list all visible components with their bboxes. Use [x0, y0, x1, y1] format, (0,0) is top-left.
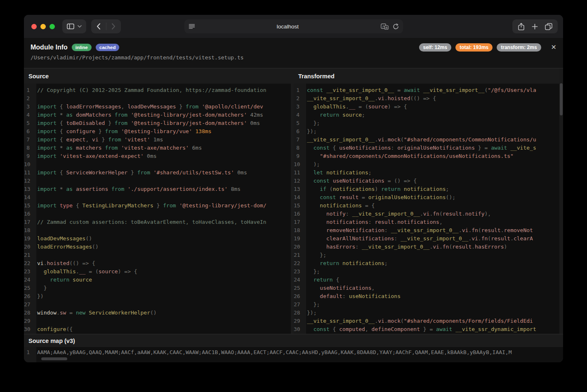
- line-text: return source: [33, 276, 92, 284]
- line-text: import { toBeDisabled } from '@testing-l…: [33, 119, 260, 127]
- line-text: import { configure } from '@testing-libr…: [33, 127, 212, 136]
- line-number: 13: [294, 185, 303, 193]
- line-number: 7: [294, 136, 303, 144]
- line-text: import * as domMatchers from '@testing-l…: [33, 111, 263, 119]
- new-tab-button[interactable]: [532, 23, 538, 30]
- horizontal-scrollbar-thumb[interactable]: [41, 357, 67, 360]
- code-line: 18: [24, 226, 291, 235]
- code-line: 27 };: [294, 300, 563, 309]
- line-text: const result = originalUseNotifications(…: [303, 193, 455, 202]
- reader-icon[interactable]: [189, 23, 195, 29]
- line-number: 27: [294, 300, 303, 309]
- line-number: 5: [294, 119, 303, 127]
- back-button[interactable]: [91, 19, 106, 33]
- line-text: return {: [303, 276, 339, 284]
- line-text: };: [303, 268, 320, 276]
- line-text: import { loadErrorMessages, loadDevMessa…: [33, 103, 263, 111]
- code-line: 12: [24, 177, 291, 185]
- code-line: 24 return {: [294, 276, 563, 284]
- line-text: return source;: [303, 111, 365, 119]
- close-window-button[interactable]: [31, 24, 37, 29]
- line-text: return notifications;: [303, 259, 388, 268]
- line-number: 30: [294, 325, 303, 333]
- line-text: [33, 317, 37, 325]
- line-number: 21: [294, 251, 303, 259]
- line-number: 13: [24, 185, 33, 193]
- line-number: 6: [294, 127, 303, 136]
- line-text: // Zammad custom assertions: toBeAvatarE…: [33, 218, 266, 226]
- source-code[interactable]: 1// Copyright (C) 2012-2025 Zammad Found…: [24, 84, 291, 334]
- line-text: globalThis.__ = (source) => {: [33, 268, 137, 276]
- code-line: 2__vite_ssr_import_0__.vi.hoisted(() => …: [294, 94, 563, 103]
- line-number: 3: [24, 103, 33, 111]
- code-line: 20 hasErrors: __vite_ssr_import_0__.vi.f…: [294, 243, 563, 251]
- minimize-window-button[interactable]: [40, 24, 46, 29]
- code-line: 13import * as assertions from './support…: [24, 185, 291, 193]
- transformed-code[interactable]: 1const __vite_ssr_import_0__ = await __v…: [294, 84, 563, 334]
- code-line: 25 useNotifications,: [294, 284, 563, 292]
- line-number: 8: [24, 144, 33, 152]
- page-title: Module Info: [31, 44, 68, 51]
- line-text: loadErrorMessages(): [33, 243, 99, 251]
- close-icon[interactable]: ✕: [551, 44, 556, 51]
- line-text: import * as assertions from './support/a…: [33, 185, 240, 193]
- line-text: }: [33, 284, 47, 292]
- reload-icon[interactable]: [393, 23, 399, 30]
- line-number: 2: [24, 94, 33, 103]
- line-text: useNotifications,: [303, 284, 375, 292]
- code-line: 14 const result = originalUseNotificatio…: [294, 193, 563, 202]
- transform-time-badge: transform: 2ms: [497, 43, 541, 52]
- line-number: 10: [294, 160, 303, 169]
- sourcemap-section: Source map (v3) 1AAMA;AAeA,yBAAG,QAAQ,MA…: [24, 334, 563, 362]
- code-line: 12 const useNotifications = () => {: [294, 177, 563, 185]
- code-line: 17// Zammad custom assertions: toBeAvata…: [24, 218, 291, 226]
- code-line: 19 clearAllNotifications: __vite_ssr_imp…: [294, 235, 563, 243]
- sourcemap-code[interactable]: 1AAMA;AAeA,yBAAG,QAAQ,MAAM;AACf,aAAW,KAA…: [24, 347, 563, 362]
- code-line: 26}): [24, 292, 291, 300]
- tabs-overview-button[interactable]: [545, 23, 552, 30]
- line-text: globalThis.__ = (source) => {: [303, 103, 407, 111]
- url-text: localhost: [195, 23, 381, 30]
- cached-badge: cached: [96, 44, 120, 51]
- code-line: 3import { loadErrorMessages, loadDevMess…: [24, 103, 291, 111]
- line-number: 1: [24, 86, 33, 94]
- line-text: const __vite_ssr_import_0__ = await __vi…: [303, 86, 536, 94]
- code-line: 1// Copyright (C) 2012-2025 Zammad Found…: [24, 86, 291, 94]
- line-number: 23: [294, 268, 303, 276]
- code-line: 10: [24, 160, 291, 169]
- line-text: [33, 177, 37, 185]
- line-number: 10: [24, 160, 33, 169]
- code-panels: Source 1// Copyright (C) 2012-2025 Zamma…: [24, 68, 563, 334]
- code-line: 23 globalThis.__ = (source) => {: [24, 268, 291, 276]
- code-line: 4import * as domMatchers from '@testing-…: [24, 111, 291, 119]
- code-line: 30 const { computed, defineComponent } =…: [294, 325, 563, 333]
- zoom-window-button[interactable]: [50, 24, 55, 29]
- vertical-scrollbar[interactable]: [559, 68, 563, 334]
- line-text: import 'vitest-axe/extend-expect' 0ms: [33, 152, 157, 160]
- line-text: import type { TestingLibraryMatchers } f…: [33, 202, 266, 210]
- code-line: 7import { expect, vi } from 'vitest' 1ms: [24, 136, 291, 144]
- share-button[interactable]: [518, 23, 525, 31]
- code-line: 16 notify: __vite_ssr_import_0__.vi.fn(r…: [294, 210, 563, 218]
- code-line: 5 };: [294, 119, 563, 127]
- line-text: notify: __vite_ssr_import_0__.vi.fn(resu…: [303, 210, 491, 218]
- browser-toolbar: localhost A: [24, 15, 563, 38]
- code-line: 16: [24, 210, 291, 218]
- vertical-scrollbar-thumb[interactable]: [560, 83, 563, 115]
- line-number: 19: [24, 235, 33, 243]
- forward-button[interactable]: [106, 19, 121, 33]
- line-text: const { useNotifications: originalUseNot…: [303, 144, 536, 152]
- address-bar[interactable]: localhost A: [184, 19, 403, 33]
- line-text: vi.hoisted(() => {: [33, 259, 95, 268]
- line-number: 28: [294, 309, 303, 317]
- translate-icon[interactable]: A: [381, 23, 389, 30]
- code-line: 10 );: [294, 160, 563, 169]
- line-number: 12: [24, 177, 33, 185]
- line-text: [33, 160, 37, 169]
- source-panel-title: Source: [24, 68, 291, 84]
- sidebar-toggle-button[interactable]: [62, 19, 86, 33]
- code-line: 22 return notifications;: [294, 259, 563, 268]
- code-line: 29: [24, 317, 291, 325]
- code-line: 13 if (notifications) return notificatio…: [294, 185, 563, 193]
- self-time-badge: self: 12ms: [419, 43, 452, 52]
